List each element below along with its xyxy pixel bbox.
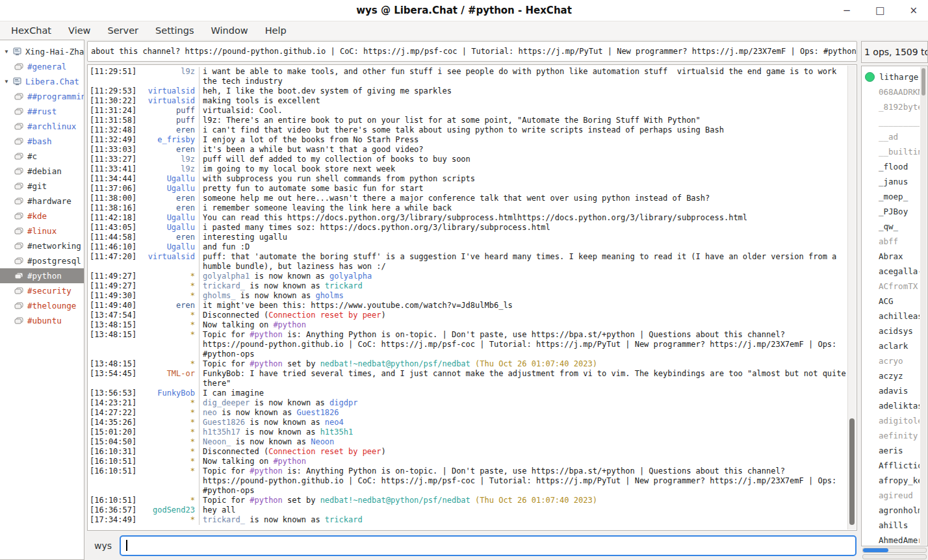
- chat-scrollbar-thumb[interactable]: [849, 418, 855, 525]
- chat-nick[interactable]: puff: [139, 106, 199, 116]
- user-list-item[interactable]: acegalla-: [865, 264, 920, 279]
- user-list-scrollbar-thumb[interactable]: [922, 68, 925, 95]
- chat-nick[interactable]: eren: [139, 233, 199, 242]
- menu-item-server[interactable]: Server: [99, 23, 147, 38]
- menu-item-help[interactable]: Help: [257, 23, 295, 38]
- user-list-item[interactable]: aefinity: [865, 428, 920, 443]
- chat-nick[interactable]: *: [139, 359, 199, 369]
- chat-nick[interactable]: Ugallu: [139, 174, 199, 184]
- sidebar-item-postgresql[interactable]: #postgresql: [0, 253, 84, 268]
- chat-nick[interactable]: Ugallu: [139, 223, 199, 233]
- user-list-item[interactable]: ahills: [865, 518, 920, 533]
- sidebar-item-rust[interactable]: ##rust: [0, 104, 84, 119]
- sidebar-item-c[interactable]: #c: [0, 149, 84, 164]
- user-list-item[interactable]: litharge: [865, 70, 920, 84]
- user-list-item[interactable]: ACfromTX: [865, 279, 920, 294]
- sidebar-server-Xing-Hai-Zhan[interactable]: ▼Xing-Hai-Zhan: [0, 44, 84, 59]
- chat-scrollbar[interactable]: [847, 66, 856, 529]
- chat-nick[interactable]: Ugallu: [139, 184, 199, 194]
- user-list-item[interactable]: _janus: [865, 174, 920, 189]
- menu-item-window[interactable]: Window: [203, 23, 257, 38]
- topic-input[interactable]: about this channel? https://pound-python…: [87, 41, 857, 62]
- user-list-item[interactable]: _qw_: [865, 219, 920, 234]
- user-list-item[interactable]: abff: [865, 234, 920, 249]
- sidebar-item-thelounge[interactable]: #thelounge: [0, 298, 84, 313]
- user-list-item[interactable]: 068AADRKN: [865, 84, 920, 99]
- menu-item-hexchat[interactable]: HexChat: [3, 23, 60, 38]
- chat-nick[interactable]: Ugallu: [139, 213, 199, 223]
- user-list-item[interactable]: agronholm: [865, 503, 920, 518]
- chat-nick[interactable]: eren: [139, 194, 199, 203]
- minimize-button[interactable]: −: [843, 6, 851, 16]
- user-list-item[interactable]: __builtin: [865, 144, 920, 159]
- user-list-item[interactable]: __ad: [865, 129, 920, 144]
- sidebar-item-bash[interactable]: #bash: [0, 134, 84, 149]
- user-list-item[interactable]: _moep_: [865, 189, 920, 204]
- chat-nick[interactable]: virtualsid: [139, 96, 199, 106]
- chat-nick[interactable]: eren: [139, 125, 199, 135]
- sidebar-item-ubuntu[interactable]: #ubuntu: [0, 313, 84, 328]
- chat-nick[interactable]: eren: [139, 203, 199, 213]
- user-list-item[interactable]: ACG: [865, 294, 920, 309]
- user-list-item[interactable]: agireud: [865, 488, 920, 503]
- user-list-item[interactable]: aclark: [865, 338, 920, 353]
- sidebar-item-python[interactable]: #python: [0, 268, 84, 283]
- chat-nick[interactable]: FunkyBob: [139, 388, 199, 398]
- chat-nick[interactable]: *: [139, 515, 199, 525]
- menu-item-view[interactable]: View: [60, 23, 99, 38]
- chat-nick[interactable]: *: [139, 398, 199, 408]
- chat-nick[interactable]: *: [139, 291, 199, 301]
- chat-nick[interactable]: eren: [139, 145, 199, 155]
- chat-nick[interactable]: virtualsid: [139, 252, 199, 272]
- chat-nick[interactable]: godSend23: [139, 505, 199, 515]
- user-list-item[interactable]: acryo: [865, 353, 920, 368]
- maximize-button[interactable]: □: [875, 6, 884, 16]
- chat-nick[interactable]: *: [139, 447, 199, 457]
- expander-icon[interactable]: ▼: [2, 49, 11, 55]
- chat-nick[interactable]: *: [139, 311, 199, 320]
- chat-nick[interactable]: eren: [139, 301, 199, 311]
- chat-nick[interactable]: *: [139, 496, 199, 505]
- chat-nick[interactable]: *: [139, 320, 199, 330]
- chat-nick[interactable]: *: [139, 408, 199, 418]
- chat-nick[interactable]: *: [139, 330, 199, 359]
- chat-nick[interactable]: *: [139, 418, 199, 427]
- expander-icon[interactable]: ▼: [2, 79, 11, 84]
- sidebar-item-security[interactable]: #security: [0, 283, 84, 298]
- message-input[interactable]: [120, 535, 857, 556]
- chat-nick[interactable]: *: [139, 457, 199, 466]
- chat-nick[interactable]: l9z: [139, 67, 199, 86]
- user-list-item[interactable]: acidsys: [865, 324, 920, 338]
- user-list-item[interactable]: aeris: [865, 443, 920, 458]
- user-list-item[interactable]: AhmedAmer: [865, 533, 920, 546]
- user-list-item[interactable]: achilleas: [865, 309, 920, 324]
- user-list-item[interactable]: _________: [865, 114, 920, 129]
- user-list-item[interactable]: _8192byte: [865, 99, 920, 114]
- chat-nick[interactable]: *: [139, 272, 199, 281]
- user-list-item[interactable]: aczyz: [865, 368, 920, 383]
- sidebar-item-archlinux[interactable]: #archlinux: [0, 119, 84, 134]
- user-list-item[interactable]: _PJBoy: [865, 204, 920, 219]
- chat-nick[interactable]: l9z: [139, 164, 199, 174]
- chat-nick[interactable]: *: [139, 466, 199, 496]
- sidebar-item-programming[interactable]: ##programming: [0, 89, 84, 104]
- sidebar-item-hardware[interactable]: #hardware: [0, 194, 84, 209]
- user-list-scrollbar[interactable]: [920, 67, 927, 545]
- chat-nick[interactable]: *: [139, 427, 199, 437]
- chat-nick[interactable]: *: [139, 437, 199, 447]
- close-button[interactable]: ×: [909, 6, 918, 16]
- user-list-item[interactable]: adeliktas: [865, 398, 920, 413]
- sidebar-item-kde[interactable]: #kde: [0, 209, 84, 223]
- menu-item-settings[interactable]: Settings: [147, 23, 202, 38]
- sidebar-item-git[interactable]: #git: [0, 179, 84, 194]
- chat-nick[interactable]: Ugallu: [139, 242, 199, 252]
- sidebar-item-networking[interactable]: #networking: [0, 238, 84, 253]
- sidebar-item-linux[interactable]: #linux: [0, 223, 84, 238]
- chat-nick[interactable]: *: [139, 281, 199, 291]
- user-list-item[interactable]: adigitole: [865, 413, 920, 428]
- sidebar-item-general[interactable]: #general: [0, 59, 84, 74]
- chat-nick[interactable]: e_frisby: [139, 135, 199, 145]
- user-list-item[interactable]: Abrax: [865, 249, 920, 264]
- user-list-item[interactable]: adavis: [865, 383, 920, 398]
- nick-button[interactable]: wys: [88, 541, 120, 551]
